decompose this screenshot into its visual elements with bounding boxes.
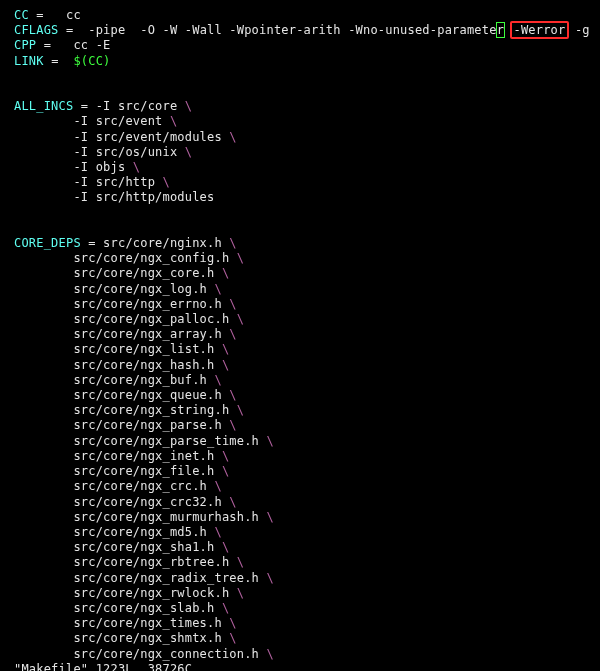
var-cflags: CFLAGS bbox=[14, 23, 59, 37]
continuation-backslash: \ bbox=[222, 449, 229, 463]
continuation-backslash: \ bbox=[229, 327, 236, 341]
continuation-backslash: \ bbox=[222, 266, 229, 280]
continuation-backslash: \ bbox=[229, 297, 236, 311]
line-link: LINK = $(CC) bbox=[14, 54, 111, 68]
continuation-backslash: \ bbox=[266, 647, 273, 661]
continuation-backslash: \ bbox=[266, 510, 273, 524]
var-cc: CC bbox=[14, 8, 29, 22]
var-cpp: CPP bbox=[14, 38, 36, 52]
continuation-backslash: \ bbox=[237, 312, 244, 326]
terminal-output[interactable]: CC = cc CFLAGS = -pipe -O -W -Wall -Wpoi… bbox=[0, 0, 600, 671]
status-line: "Makefile" 1223L, 38726C bbox=[14, 662, 192, 671]
continuation-backslash: \ bbox=[266, 434, 273, 448]
continuation-backslash: \ bbox=[229, 130, 236, 144]
continuation-backslash: \ bbox=[170, 114, 177, 128]
continuation-backslash: \ bbox=[237, 586, 244, 600]
continuation-backslash: \ bbox=[229, 388, 236, 402]
continuation-backslash: \ bbox=[237, 555, 244, 569]
continuation-backslash: \ bbox=[185, 145, 192, 159]
continuation-backslash: \ bbox=[222, 358, 229, 372]
continuation-backslash: \ bbox=[214, 373, 221, 387]
highlight-werror: -Werror bbox=[510, 21, 570, 39]
block-all-incs: ALL_INCS = -I src/core \ -I src/event \ … bbox=[14, 99, 237, 204]
continuation-backslash: \ bbox=[229, 631, 236, 645]
continuation-backslash: \ bbox=[214, 525, 221, 539]
continuation-backslash: \ bbox=[133, 160, 140, 174]
continuation-backslash: \ bbox=[266, 571, 273, 585]
continuation-backslash: \ bbox=[214, 282, 221, 296]
line-cflags: CFLAGS = -pipe -O -W -Wall -Wpointer-ari… bbox=[14, 23, 590, 37]
var-all_incs: ALL_INCS bbox=[14, 99, 73, 113]
var-core_deps: CORE_DEPS bbox=[14, 236, 81, 250]
line-cpp: CPP = cc -E bbox=[14, 38, 111, 52]
continuation-backslash: \ bbox=[229, 418, 236, 432]
line-cc: CC = cc bbox=[14, 8, 81, 22]
continuation-backslash: \ bbox=[229, 236, 236, 250]
continuation-backslash: \ bbox=[222, 540, 229, 554]
continuation-backslash: \ bbox=[229, 616, 236, 630]
continuation-backslash: \ bbox=[222, 601, 229, 615]
continuation-backslash: \ bbox=[163, 175, 170, 189]
var-link: LINK bbox=[14, 54, 44, 68]
continuation-backslash: \ bbox=[229, 495, 236, 509]
continuation-backslash: \ bbox=[222, 342, 229, 356]
continuation-backslash: \ bbox=[237, 403, 244, 417]
continuation-backslash: \ bbox=[222, 464, 229, 478]
continuation-backslash: \ bbox=[214, 479, 221, 493]
continuation-backslash: \ bbox=[185, 99, 192, 113]
block-core-deps: CORE_DEPS = src/core/nginx.h \ src/core/… bbox=[14, 236, 274, 660]
continuation-backslash: \ bbox=[237, 251, 244, 265]
